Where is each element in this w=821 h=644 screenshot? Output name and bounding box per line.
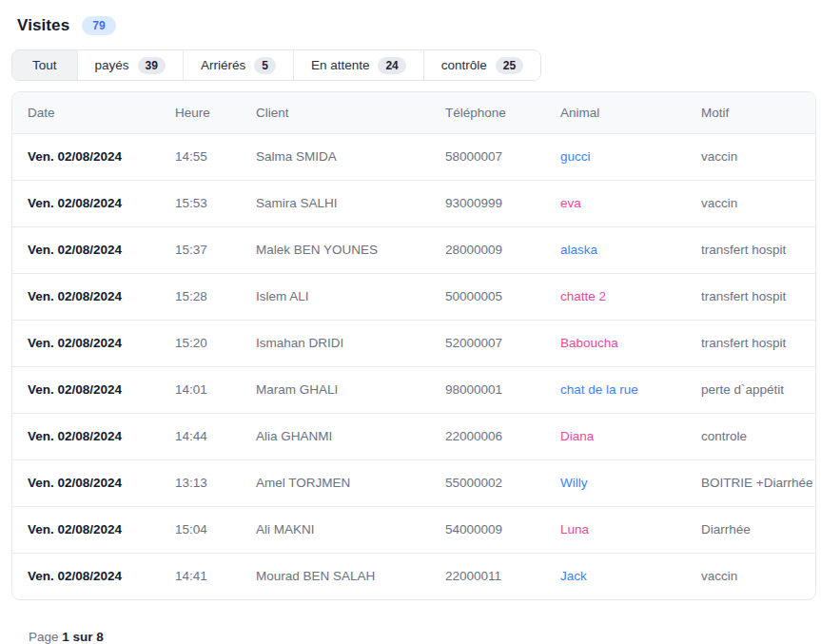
filter-tabs: Tout payés 39 Arriérés 5 En attente 24 c… <box>11 49 541 81</box>
cell-motif: transfert hospit <box>686 320 815 366</box>
cell-motif: BOITRIE +Diarrhée <box>686 459 815 506</box>
column-header-date: Date <box>12 92 160 133</box>
tab-payes-label: payés <box>95 58 129 72</box>
cell-date: Ven. 02/08/2024 <box>12 273 160 320</box>
pagination: Page 1 sur 8 <box>29 630 821 644</box>
cell-telephone: 93000999 <box>430 180 545 226</box>
cell-animal: gucci <box>545 133 686 180</box>
animal-link[interactable]: chatte 2 <box>560 289 606 303</box>
cell-date: Ven. 02/08/2024 <box>12 506 160 553</box>
table-row[interactable]: Ven. 02/08/2024 14:41 Mourad BEN SALAH 2… <box>12 553 815 599</box>
cell-motif: vaccin <box>686 180 815 226</box>
table-row[interactable]: Ven. 02/08/2024 15:04 Ali MAKNI 54000009… <box>12 506 815 553</box>
cell-animal: Diana <box>545 413 686 459</box>
tab-arrieres-label: Arriérés <box>201 58 245 72</box>
animal-link[interactable]: alaska <box>560 243 597 257</box>
cell-date: Ven. 02/08/2024 <box>12 366 160 413</box>
cell-animal: eva <box>545 180 686 226</box>
cell-motif: controle <box>686 413 815 459</box>
cell-telephone: 28000009 <box>430 226 545 273</box>
cell-animal: Jack <box>545 553 686 599</box>
cell-motif: vaccin <box>686 553 815 599</box>
table-row[interactable]: Ven. 02/08/2024 15:20 Ismahan DRIDI 5200… <box>12 320 815 366</box>
tab-arrieres-count-badge: 5 <box>254 57 276 74</box>
cell-heure: 14:55 <box>160 133 241 180</box>
cell-telephone: 54000009 <box>430 506 545 553</box>
cell-telephone: 52000007 <box>430 320 545 366</box>
table-row[interactable]: Ven. 02/08/2024 15:37 Malek BEN YOUNES 2… <box>12 226 815 273</box>
pagination-value: 1 sur 8 <box>62 630 104 644</box>
table-row[interactable]: Ven. 02/08/2024 14:01 Maram GHALI 980000… <box>12 366 815 413</box>
animal-link[interactable]: chat de la rue <box>560 382 638 397</box>
tab-arrieres[interactable]: Arriérés 5 <box>183 50 293 80</box>
tab-controle-label: contrôle <box>441 58 487 72</box>
animal-link[interactable]: eva <box>560 196 581 210</box>
cell-heure: 15:53 <box>160 180 241 226</box>
animal-link[interactable]: Willy <box>560 476 588 490</box>
tab-tout-label: Tout <box>32 58 57 72</box>
table-row[interactable]: Ven. 02/08/2024 15:53 Samira SALHI 93000… <box>12 180 815 226</box>
cell-telephone: 98000001 <box>430 366 545 413</box>
cell-heure: 15:37 <box>160 226 241 273</box>
animal-link[interactable]: Diana <box>560 429 594 443</box>
animal-link[interactable]: Luna <box>560 522 589 537</box>
cell-telephone: 55000002 <box>430 459 545 506</box>
cell-telephone: 22000006 <box>430 413 545 459</box>
tab-payes[interactable]: payés 39 <box>77 50 183 80</box>
cell-date: Ven. 02/08/2024 <box>12 226 160 273</box>
cell-client: Salma SMIDA <box>241 133 430 180</box>
tab-controle-count-badge: 25 <box>496 57 523 74</box>
cell-client: Malek BEN YOUNES <box>241 226 430 273</box>
cell-motif: Diarrhée <box>686 506 815 553</box>
tab-controle[interactable]: contrôle 25 <box>423 50 540 80</box>
table-row[interactable]: Ven. 02/08/2024 15:28 Islem ALI 50000005… <box>12 273 815 320</box>
cell-animal: Baboucha <box>545 320 686 366</box>
cell-animal: Luna <box>545 506 686 553</box>
cell-heure: 14:44 <box>160 413 241 459</box>
cell-animal: alaska <box>545 226 686 273</box>
table-row[interactable]: Ven. 02/08/2024 14:55 Salma SMIDA 580000… <box>12 133 815 180</box>
cell-client: Ali MAKNI <box>241 506 430 553</box>
cell-date: Ven. 02/08/2024 <box>12 320 160 366</box>
cell-heure: 14:41 <box>160 553 241 599</box>
table-row[interactable]: Ven. 02/08/2024 13:13 Amel TORJMEN 55000… <box>12 459 815 506</box>
column-header-motif: Motif <box>686 92 815 133</box>
cell-heure: 15:20 <box>160 320 241 366</box>
cell-motif: perte d`appétit <box>686 366 815 413</box>
cell-animal: chatte 2 <box>545 273 686 320</box>
column-header-heure: Heure <box>160 92 241 133</box>
cell-telephone: 50000005 <box>430 273 545 320</box>
table-body: Ven. 02/08/2024 14:55 Salma SMIDA 580000… <box>12 133 815 599</box>
cell-heure: 15:04 <box>160 506 241 553</box>
cell-date: Ven. 02/08/2024 <box>12 553 160 599</box>
animal-link[interactable]: Baboucha <box>560 336 618 350</box>
cell-client: Amel TORJMEN <box>241 459 430 506</box>
page-header: Visites 79 <box>17 14 821 37</box>
cell-client: Mourad BEN SALAH <box>241 553 430 599</box>
cell-telephone: 58000007 <box>430 133 545 180</box>
animal-link[interactable]: gucci <box>560 149 591 164</box>
cell-telephone: 22000011 <box>430 553 545 599</box>
column-header-client: Client <box>241 92 430 133</box>
tab-en-attente-label: En attente <box>311 58 370 72</box>
cell-motif: transfert hospit <box>686 273 815 320</box>
pagination-label: Page <box>29 630 59 644</box>
cell-client: Samira SALHI <box>241 180 430 226</box>
cell-heure: 15:28 <box>160 273 241 320</box>
tab-payes-count-badge: 39 <box>138 57 166 74</box>
table-header-row: Date Heure Client Téléphone Animal Motif <box>12 92 815 133</box>
animal-link[interactable]: Jack <box>560 569 587 583</box>
cell-heure: 14:01 <box>160 366 241 413</box>
visits-table: Date Heure Client Téléphone Animal Motif… <box>12 92 815 599</box>
tab-en-attente[interactable]: En attente 24 <box>293 50 423 80</box>
table-row[interactable]: Ven. 02/08/2024 14:44 Alia GHANMI 220000… <box>12 413 815 459</box>
cell-motif: vaccin <box>686 133 815 180</box>
cell-client: Alia GHANMI <box>241 413 430 459</box>
visits-count-badge: 79 <box>82 16 115 35</box>
column-header-telephone: Téléphone <box>430 92 545 133</box>
cell-heure: 13:13 <box>160 459 241 506</box>
cell-client: Islem ALI <box>241 273 430 320</box>
cell-client: Maram GHALI <box>241 366 430 413</box>
tab-tout[interactable]: Tout <box>12 50 77 80</box>
column-header-animal: Animal <box>545 92 686 133</box>
